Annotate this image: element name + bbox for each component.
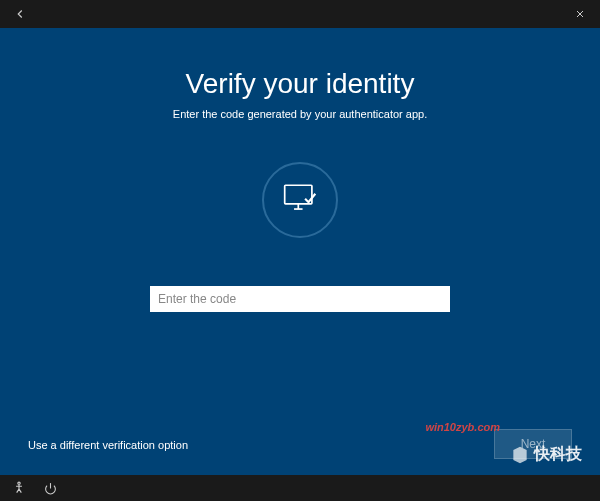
accessibility-icon[interactable] [12,481,26,495]
svg-point-5 [18,482,20,484]
main-content: Verify your identity Enter the code gene… [0,28,600,475]
watermark-url: win10zyb.com [425,421,500,433]
alt-verification-link[interactable]: Use a different verification option [28,439,188,451]
bottombar [0,475,600,501]
power-icon[interactable] [44,482,57,495]
code-input[interactable] [150,286,450,312]
back-icon[interactable] [10,4,30,24]
monitor-check-icon [283,183,317,217]
watermark-brand: 快科技 [510,444,582,465]
titlebar [0,0,600,28]
page-title: Verify your identity [186,68,415,100]
page-subtitle: Enter the code generated by your authent… [173,108,427,120]
verification-icon-circle [262,162,338,238]
close-icon[interactable] [570,4,590,24]
